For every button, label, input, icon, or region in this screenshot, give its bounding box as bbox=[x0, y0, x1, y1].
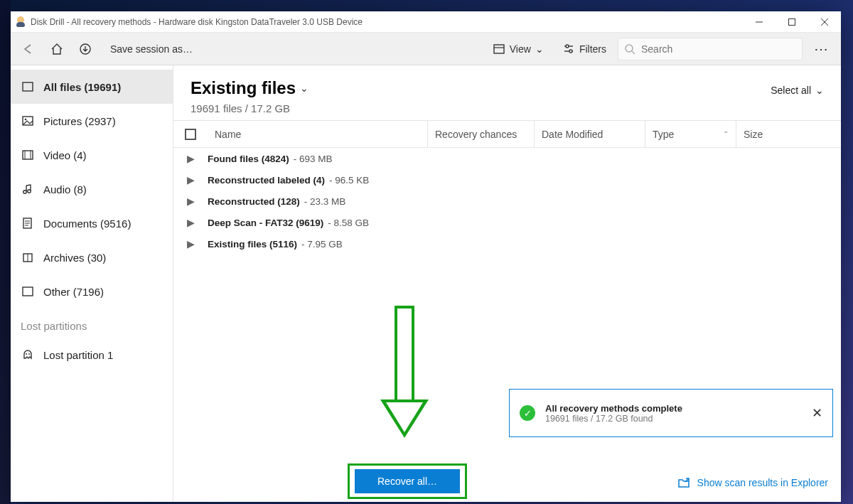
pictures-icon bbox=[21, 114, 35, 128]
select-all-label: Select all bbox=[771, 85, 811, 96]
app-window: Disk Drill - All recovery methods - Hard… bbox=[11, 11, 841, 502]
search-input[interactable] bbox=[641, 43, 796, 55]
select-all-checkbox[interactable] bbox=[173, 129, 208, 140]
window-title: Disk Drill - All recovery methods - Hard… bbox=[31, 17, 363, 27]
sidebar-item-label: Audio (8) bbox=[43, 183, 87, 195]
ghost-icon bbox=[21, 348, 35, 362]
sidebar-item-all-files[interactable]: All files (19691) bbox=[11, 70, 173, 104]
search-icon bbox=[624, 43, 635, 55]
sidebar-item-label: Video (4) bbox=[43, 149, 87, 161]
all-files-icon bbox=[21, 80, 35, 94]
titlebar[interactable]: Disk Drill - All recovery methods - Hard… bbox=[11, 11, 841, 33]
svg-rect-16 bbox=[23, 151, 33, 159]
select-all-button[interactable]: Select all ⌄ bbox=[771, 85, 824, 96]
column-type[interactable]: Type ⌃ bbox=[645, 121, 736, 147]
sidebar-item-label: Pictures (2937) bbox=[43, 115, 116, 127]
sidebar-item-audio[interactable]: Audio (8) bbox=[11, 172, 173, 206]
column-name[interactable]: Name bbox=[208, 129, 427, 140]
svg-rect-27 bbox=[23, 287, 33, 296]
main-panel: Existing files ⌄ Select all ⌄ 19691 file… bbox=[173, 65, 841, 502]
file-count-summary: 19691 files / 17.2 GB bbox=[191, 102, 824, 114]
column-recovery-chances[interactable]: Recovery chances bbox=[427, 121, 534, 147]
svg-point-28 bbox=[26, 353, 27, 355]
table-row[interactable]: ▶ Reconstructed labeled (4)- 96.5 KB bbox=[173, 169, 841, 191]
close-notice-button[interactable]: ✕ bbox=[812, 405, 822, 421]
svg-point-11 bbox=[626, 45, 633, 52]
notice-title: All recovery methods complete bbox=[545, 403, 682, 414]
svg-rect-13 bbox=[23, 82, 33, 91]
home-button[interactable] bbox=[45, 37, 69, 61]
table-row[interactable]: ▶ Existing files (5116)- 7.95 GB bbox=[173, 233, 841, 254]
open-folder-icon bbox=[677, 476, 690, 489]
results-table: Name Recovery chances Date Modified Type… bbox=[173, 120, 841, 254]
svg-point-8 bbox=[566, 45, 569, 48]
expand-toggle[interactable]: ▶ bbox=[173, 217, 208, 228]
sidebar-item-documents[interactable]: Documents (9516) bbox=[11, 206, 173, 240]
view-label: View bbox=[510, 43, 531, 55]
save-session-icon[interactable] bbox=[73, 37, 97, 61]
column-date-modified[interactable]: Date Modified bbox=[534, 121, 645, 147]
window-controls bbox=[743, 11, 841, 33]
main-title-dropdown[interactable]: Existing files ⌄ bbox=[191, 78, 309, 98]
checkmark-icon: ✓ bbox=[520, 405, 535, 421]
back-button[interactable] bbox=[16, 37, 41, 61]
maximize-button[interactable] bbox=[776, 11, 808, 33]
svg-rect-5 bbox=[494, 45, 504, 53]
column-size[interactable]: Size bbox=[736, 121, 841, 147]
expand-toggle[interactable]: ▶ bbox=[173, 195, 208, 207]
sort-ascending-icon: ⌃ bbox=[723, 130, 729, 138]
sidebar-item-other[interactable]: Other (7196) bbox=[11, 274, 173, 309]
svg-point-20 bbox=[28, 190, 31, 193]
sidebar-item-pictures[interactable]: Pictures (2937) bbox=[11, 104, 173, 138]
sidebar-item-label: Archives (30) bbox=[43, 252, 106, 264]
annotation-arrow bbox=[385, 306, 424, 461]
chevron-down-icon: ⌄ bbox=[535, 43, 544, 55]
audio-icon bbox=[21, 182, 35, 196]
sliders-icon bbox=[562, 43, 575, 55]
app-icon bbox=[15, 16, 26, 28]
recover-all-button[interactable]: Recover all… bbox=[355, 469, 460, 493]
search-box[interactable] bbox=[618, 38, 803, 60]
svg-point-15 bbox=[25, 119, 27, 121]
view-dropdown[interactable]: View ⌄ bbox=[485, 43, 551, 55]
toolbar: Save session as… View ⌄ Filters ⋯ bbox=[11, 33, 841, 65]
svg-point-10 bbox=[569, 50, 572, 53]
sidebar-item-label: Documents (9516) bbox=[43, 218, 131, 230]
more-button[interactable]: ⋯ bbox=[807, 41, 835, 58]
expand-toggle[interactable]: ▶ bbox=[173, 238, 208, 250]
completion-notice: ✓ All recovery methods complete 19691 fi… bbox=[509, 389, 833, 437]
sidebar-item-video[interactable]: Video (4) bbox=[11, 138, 173, 172]
show-in-explorer-link[interactable]: Show scan results in Explorer bbox=[677, 476, 828, 489]
desktop-left-edge bbox=[0, 0, 11, 504]
table-header: Name Recovery chances Date Modified Type… bbox=[173, 121, 841, 148]
filters-button[interactable]: Filters bbox=[555, 43, 613, 55]
svg-rect-1 bbox=[789, 18, 795, 25]
page-title: Existing files bbox=[191, 78, 296, 98]
chevron-down-icon: ⌄ bbox=[815, 85, 824, 96]
table-row[interactable]: ▶ Reconstructed (128)- 23.3 MB bbox=[173, 191, 841, 212]
sidebar-item-label: Lost partition 1 bbox=[43, 349, 113, 361]
filters-label: Filters bbox=[579, 43, 606, 55]
minimize-button[interactable] bbox=[743, 11, 776, 33]
table-row[interactable]: ▶ Deep Scan - FAT32 (9619)- 8.58 GB bbox=[173, 212, 841, 233]
save-session-button[interactable]: Save session as… bbox=[104, 39, 198, 59]
archives-icon bbox=[21, 250, 35, 264]
close-button[interactable] bbox=[808, 11, 841, 33]
table-row[interactable]: ▶ Found files (4824)- 693 MB bbox=[173, 148, 841, 169]
list-view-icon bbox=[493, 43, 505, 55]
show-in-explorer-label: Show scan results in Explorer bbox=[697, 477, 828, 488]
expand-toggle[interactable]: ▶ bbox=[173, 174, 208, 186]
documents-icon bbox=[21, 216, 35, 230]
other-icon bbox=[21, 284, 35, 299]
chevron-down-icon: ⌄ bbox=[300, 82, 309, 94]
svg-point-19 bbox=[23, 191, 26, 193]
video-icon bbox=[21, 148, 35, 162]
sidebar-item-lost-partition-1[interactable]: Lost partition 1 bbox=[11, 338, 173, 372]
sidebar: All files (19691) Pictures (2937) Video … bbox=[11, 65, 173, 502]
sidebar-item-archives[interactable]: Archives (30) bbox=[11, 240, 173, 274]
sidebar-item-label: All files (19691) bbox=[43, 81, 121, 93]
expand-toggle[interactable]: ▶ bbox=[173, 153, 208, 164]
notice-subtitle: 19691 files / 17.2 GB found bbox=[545, 414, 682, 424]
sidebar-item-label: Other (7196) bbox=[43, 286, 104, 298]
lost-partitions-header: Lost partitions bbox=[11, 309, 173, 338]
